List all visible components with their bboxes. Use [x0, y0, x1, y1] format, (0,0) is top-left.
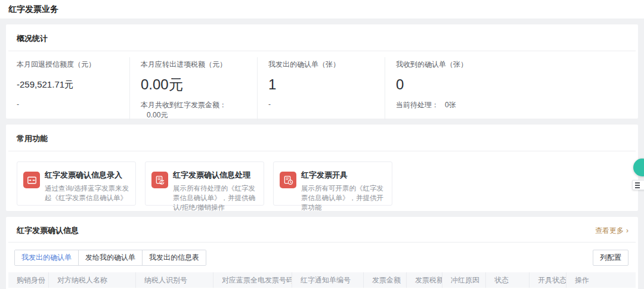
- col-header-status: 状态: [486, 272, 530, 288]
- confirmation-section-title: 红字发票确认信息: [17, 225, 79, 236]
- functions-section-title: 常用功能: [6, 125, 638, 151]
- col-header-buyer-seller-identity: 购销身份: [8, 272, 49, 288]
- floating-assistant-widget: [632, 159, 644, 190]
- functions-panel: 常用功能 红字发票确认信息录入 通过查询/选择蓝字发票来发起《红字发票信息确认单…: [6, 125, 638, 211]
- card-description: 展示所有待处理的《红字发票信息确认单》，并提供确认/拒绝/撤销操作: [173, 184, 258, 212]
- col-header-counterparty-taxpayer-name: 对方纳税人名称: [49, 272, 136, 288]
- document-clock-icon: [280, 172, 296, 188]
- col-header-red-notice-number: 红字通知单编号: [292, 272, 364, 288]
- tab-my-sent-confirmations[interactable]: 我发出的确认单: [15, 250, 78, 265]
- stat-label: 我发出的确认单（张）: [268, 60, 374, 70]
- document-refresh-icon: [151, 172, 168, 188]
- col-header-taxpayer-id: 纳税人识别号: [136, 272, 213, 288]
- tab-confirmations-sent-to-me[interactable]: 发给我的确认单: [78, 250, 142, 265]
- swap-arrows-icon: [23, 172, 40, 188]
- overview-panel: 概况统计 本月回退授信额度（元） -259,521.71元 - 本月应转出进项税…: [6, 24, 638, 119]
- stat-confirmations-sent: 我发出的确认单（张） 1 -: [257, 57, 385, 120]
- col-header-red-reversal-reason: 冲红原因: [442, 272, 486, 288]
- assistant-menu-button[interactable]: [632, 180, 644, 190]
- assistant-icon[interactable]: [633, 159, 644, 176]
- stat-label: 本月回退授信额度（元）: [17, 60, 119, 70]
- stats-row: 本月回退授信额度（元） -259,521.71元 - 本月应转出进项税额（元） …: [6, 51, 638, 120]
- stat-input-tax-transfer: 本月应转出进项税额（元） 0.00元 本月共收到红字发票金额：0.00元: [129, 57, 257, 120]
- card-red-invoice-issuance[interactable]: 红字发票开具 展示所有可开票的《红字发票信息确认单》，并提供开票功能: [273, 161, 392, 206]
- stat-credit-refund: 本月回退授信额度（元） -259,521.71元 -: [6, 57, 129, 120]
- confirmation-tabs: 我发出的确认单 发给我的确认单 我发出的信息表: [14, 250, 206, 266]
- stat-value: 0: [396, 76, 404, 93]
- chevron-right-icon: ›: [626, 226, 628, 235]
- stat-label: 本月应转出进项税额（元）: [141, 60, 246, 70]
- card-red-invoice-confirmation-entry[interactable]: 红字发票确认信息录入 通过查询/选择蓝字发票来发起《红字发票信息确认单》: [17, 161, 136, 206]
- card-title: 红字发票确认信息录入: [45, 170, 129, 181]
- stat-secondary: -: [17, 100, 119, 108]
- card-title: 红字发票开具: [301, 170, 386, 181]
- page-title: 红字发票业务: [8, 4, 58, 15]
- card-description: 展示所有可开票的《红字发票信息确认单》，并提供开票功能: [301, 184, 386, 212]
- stat-secondary: -: [268, 100, 374, 108]
- menu-icon: [635, 185, 640, 186]
- confirmation-header: 红字发票确认信息 查看更多›: [6, 217, 638, 242]
- col-header-blue-invoice-number: 对应蓝票全电发票号码: [213, 272, 292, 288]
- stat-secondary: 本月共收到红字发票金额：0.00元: [141, 100, 246, 120]
- col-header-issue-status: 开具状态: [530, 272, 566, 288]
- confirmation-panel: 红字发票确认信息 查看更多› 我发出的确认单 发给我的确认单 我发出的信息表 列…: [6, 217, 638, 289]
- col-header-invoice-tax: 发票税额: [407, 272, 442, 288]
- stat-label: 我收到的确认单（张）: [396, 60, 627, 70]
- function-cards: 红字发票确认信息录入 通过查询/选择蓝字发票来发起《红字发票信息确认单》 红字发…: [6, 151, 638, 206]
- column-config-button[interactable]: 列配置: [593, 250, 628, 266]
- stat-confirmations-received: 我收到的确认单（张） 0 当前待处理：0张: [385, 57, 638, 120]
- stat-secondary: 当前待处理：0张: [396, 100, 627, 110]
- view-more-link[interactable]: 查看更多›: [595, 226, 628, 236]
- stat-value: 1: [268, 76, 276, 93]
- card-title: 红字发票确认信息处理: [173, 170, 258, 181]
- top-bar: 红字发票业务: [0, 0, 644, 18]
- stat-value: -259,521.71元: [17, 79, 73, 91]
- card-description: 通过查询/选择蓝字发票来发起《红字发票信息确认单》: [45, 184, 129, 203]
- card-red-invoice-confirmation-processing[interactable]: 红字发票确认信息处理 展示所有待处理的《红字发票信息确认单》，并提供确认/拒绝/…: [145, 161, 264, 206]
- confirmation-toolbar: 我发出的确认单 发给我的确认单 我发出的信息表 列配置: [6, 243, 638, 272]
- col-header-invoice-amount: 发票金额: [364, 272, 407, 288]
- table-header-row: 购销身份 对方纳税人名称 纳税人识别号 对应蓝票全电发票号码 红字通知单编号 发…: [8, 272, 636, 288]
- tab-my-sent-info-forms[interactable]: 我发出的信息表: [142, 250, 206, 265]
- col-header-actions: 操作: [566, 272, 636, 288]
- overview-section-title: 概况统计: [6, 24, 638, 51]
- stat-value: 0.00元: [141, 75, 183, 94]
